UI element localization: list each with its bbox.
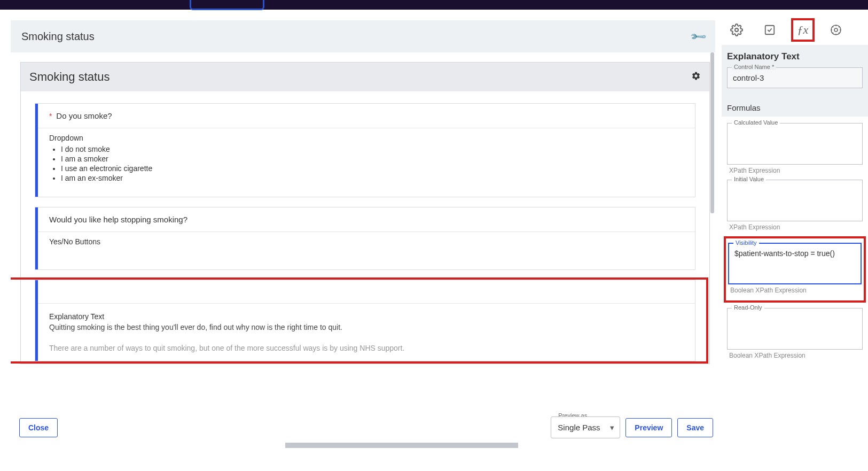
field-card-smoke-question[interactable]: * Do you smoke? Dropdown I do not smoke … [35,103,695,197]
field-card-help-question[interactable]: Would you like help stopping smoking? Ye… [35,207,695,270]
field-type: Explanatory Text [49,312,685,321]
calculated-value-label: Calculated Value [732,119,780,126]
page-title: Smoking status [21,30,95,43]
scrollbar-thumb[interactable] [285,443,518,448]
field-label: Would you like help stopping smoking? [49,215,187,224]
form-scroll-area: Smoking status * Do you smoke? Dropdown [11,52,715,408]
preview-as-value: Single Pass [558,423,600,432]
sidebar: ƒx Explanatory Text Control Name * contr… [715,10,868,448]
field-body: Yes/No Buttons [35,232,695,269]
field-title-row: Would you like help stopping smoking? [35,207,695,232]
tab-advanced[interactable] [824,18,848,42]
required-star: * [49,112,52,120]
vertical-scrollbar[interactable] [710,52,714,330]
calculated-value-help: XPath Expression [729,167,863,174]
fx-icon: ƒx [797,23,809,37]
svg-point-2 [834,28,838,32]
preview-as-select[interactable]: Single Pass [551,416,620,438]
gear-icon[interactable] [691,71,701,83]
field-body: Dropdown I do not smoke I am a smoker I … [35,128,695,197]
wrench-icon[interactable]: 🔧 [689,27,707,46]
explanatory-body: Explanatory Text Quitting smoking is the… [35,304,695,361]
tab-validation[interactable] [758,18,781,42]
visibility-field[interactable]: Visibility $patient-wants-to-stop = true… [728,243,862,284]
readonly-field[interactable]: Read-Only [727,308,863,350]
control-name-value: control-3 [733,73,857,82]
field-type: Dropdown [49,134,685,142]
option: I am a smoker [61,154,685,164]
selected-field-highlight: Explanatory Text Quitting smoking is the… [11,277,708,364]
tab-settings[interactable] [725,18,748,42]
scrollbar-thumb[interactable] [710,52,714,213]
section-body: * Do you smoke? Dropdown I do not smoke … [21,91,709,364]
visibility-value: $patient-wants-to-stop = true() [734,249,855,258]
visibility-label: Visibility [733,240,759,246]
footer-right: Preview as Single Pass Preview Save [551,416,713,438]
initial-value-help: XPath Expression [729,223,863,231]
calculated-value-field[interactable]: Calculated Value [727,123,863,165]
horizontal-scrollbar[interactable] [11,443,715,448]
main-column: Smoking status 🔧 Smoking status * Do you… [0,10,715,448]
option: I use an electronic cigarette [61,164,685,173]
footer-bar: Close Preview as Single Pass Preview Sav… [11,408,715,443]
sidebar-tabs: ƒx [722,16,868,45]
readonly-help: Boolean XPath Expression [729,352,863,359]
topbar-highlight [190,0,264,10]
visibility-highlight: Visibility $patient-wants-to-stop = true… [724,236,866,303]
svg-point-0 [735,28,738,32]
svg-rect-1 [765,26,775,35]
explanatory-text: Quitting smoking is the best thing you'l… [49,322,685,333]
option: I am an ex-smoker [61,173,685,183]
field-label: Do you smoke? [56,111,112,120]
control-name-label: Control Name * [732,64,776,70]
outer-header: Smoking status 🔧 [11,20,715,52]
section-header: Smoking status [21,63,709,91]
dropdown-options: I do not smoke I am a smoker I use an el… [61,144,685,183]
explanatory-text-cut: There are a number of ways to quit smoki… [49,344,685,352]
close-button[interactable]: Close [19,418,58,437]
tab-formulas[interactable]: ƒx [791,18,815,42]
field-card-explanatory[interactable]: Explanatory Text Quitting smoking is the… [35,280,695,361]
formulas-header: Formulas [722,99,868,117]
section-title: Smoking status [29,70,110,84]
top-bar [0,0,868,10]
sidebar-panel: Explanatory Text Control Name * control-… [722,45,868,99]
formula-area: Calculated Value XPath Expression Initia… [722,117,868,367]
save-button[interactable]: Save [677,418,713,437]
sidebar-panel-title: Explanatory Text [727,51,863,62]
initial-value-field[interactable]: Initial Value [727,180,863,221]
option: I do not smoke [61,144,685,154]
visibility-help: Boolean XPath Expression [730,287,862,294]
readonly-label: Read-Only [732,304,764,311]
control-name-field[interactable]: Control Name * control-3 [727,67,863,88]
preview-as-select-wrap: Preview as Single Pass [551,416,620,438]
field-type: Yes/No Buttons [49,237,685,246]
app-body: Smoking status 🔧 Smoking status * Do you… [0,10,868,448]
preview-button[interactable]: Preview [625,418,672,437]
initial-value-label: Initial Value [732,176,766,182]
section-box: Smoking status * Do you smoke? Dropdown [20,62,710,364]
field-title-row [35,280,695,304]
field-title-row: * Do you smoke? [35,104,695,128]
